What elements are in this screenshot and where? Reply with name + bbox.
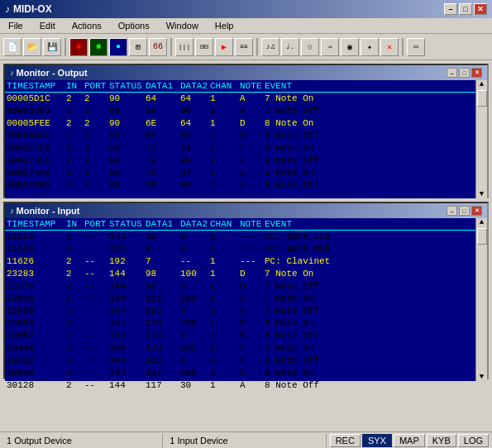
input-col-port: PORT [84, 219, 109, 229]
output-row: 00005D1C 2 2 90 64 64 1 A 7 Note On [5, 93, 475, 105]
output-row: 00007558 2 2 90 75 64 1 A 8 Note On [5, 167, 475, 179]
main-window: ♪ MIDI-OX – □ ✕ File Edit Actions Option… [0, 0, 492, 448]
toolbar-sep-2 [170, 38, 172, 56]
status-input: 1 Input Device [163, 434, 326, 447]
output-col-in: IN [66, 81, 84, 91]
rec-button[interactable]: REC [330, 434, 361, 447]
menu-window[interactable]: Window [161, 20, 203, 31]
tb-midi3[interactable]: ● [109, 38, 127, 56]
tb-config[interactable]: ⚙ [301, 38, 319, 56]
tb-open[interactable]: 📂 [23, 38, 41, 56]
toolbar-sep-3 [256, 38, 258, 56]
tb-save[interactable]: 💾 [43, 38, 61, 56]
output-header: TIMESTAMP IN PORT STATUS DATA1 DATA2 CHA… [5, 80, 475, 93]
input-maximize[interactable]: □ [459, 206, 470, 216]
tb-midi4[interactable]: ⊞ [129, 38, 147, 56]
input-row: 11626 2 -- 176 0 0 1 --- CC: Bank MSB [5, 243, 475, 255]
tb-midi2[interactable]: ■ [89, 38, 107, 56]
toolbar: 📄 📂 💾 ■ ■ ● ⊞ 66 ||| ⊟⊟ ▶ ≡≡ ♪♫ ♩. ⚙ ⇒ ◉… [0, 34, 492, 60]
menu-actions[interactable]: Actions [67, 20, 107, 31]
app-title: MIDI-OX [13, 3, 52, 15]
tb-tools3[interactable]: ▶ [215, 38, 233, 56]
syx-button[interactable]: SYX [362, 434, 392, 447]
output-scroll-down[interactable]: ▼ [480, 190, 484, 198]
output-col-ch: CHAN [210, 81, 240, 91]
app-icon: ♪ [5, 3, 10, 15]
menu-file[interactable]: File [3, 20, 28, 31]
output-row: 00005FEE 2 2 90 6E 64 1 D 8 Note On [5, 117, 475, 130]
tb-midi5[interactable]: 66 [149, 38, 167, 56]
tb-note[interactable]: ♩. [281, 38, 299, 56]
map-button[interactable]: MAP [394, 434, 425, 447]
input-close[interactable]: ✕ [471, 206, 482, 216]
input-col-ts: TIMESTAMP [7, 219, 66, 229]
output-data: TIMESTAMP IN PORT STATUS DATA1 DATA2 CHA… [5, 80, 475, 198]
input-col-in: IN [66, 219, 84, 229]
output-panel-title: Monitor - Output [17, 68, 88, 78]
tb-new[interactable]: 📄 [3, 38, 21, 56]
tb-keys[interactable]: ♪♫ [261, 38, 279, 56]
output-row: 00005D83 2 2 90 69 00 1 A 7 Note Off [5, 105, 475, 117]
output-maximize[interactable]: □ [459, 68, 470, 78]
input-row: 29449 2 -- 144 113 100 1 F 8 Note On [5, 342, 475, 355]
close-button[interactable]: ✕ [474, 3, 487, 15]
input-scroll-thumb[interactable] [477, 228, 487, 245]
tb-last[interactable]: ▭ [407, 38, 425, 56]
output-col-d1: DATA1 [146, 81, 180, 91]
output-row: 000075B0 2 2 90 75 00 1 A 8 Note Off [5, 179, 475, 192]
tb-cross[interactable]: ✕ [380, 38, 399, 56]
menu-edit[interactable]: Edit [35, 20, 60, 31]
input-row: 23283 2 -- 144 98 100 1 D 7 Note On [5, 268, 475, 280]
output-col-stat: STATUS [109, 81, 146, 91]
tb-globe[interactable]: ◉ [341, 38, 359, 56]
tb-midi1[interactable]: ■ [69, 38, 88, 56]
menu-help[interactable]: Help [210, 20, 239, 31]
input-row: 30128 2 -- 144 117 30 1 A 8 Note Off [5, 379, 475, 392]
status-buttons: REC SYX MAP KYB LOG [327, 432, 492, 449]
input-col-event: EVENT [265, 219, 331, 229]
tb-midi-in[interactable]: ⇒ [321, 38, 339, 56]
output-panel-icon: ♪ [10, 69, 14, 77]
tb-star[interactable]: ✦ [361, 38, 379, 56]
status-output-text: 1 Output Device [7, 436, 72, 446]
output-close[interactable]: ✕ [471, 68, 482, 78]
output-scroll-thumb[interactable] [477, 90, 487, 107]
log-button[interactable]: LOG [458, 434, 489, 447]
tb-tools1[interactable]: ||| [175, 38, 193, 56]
input-row: 30040 2 -- 144 117 100 1 A 8 Note On [5, 367, 475, 379]
input-col-note: NOTE [240, 219, 265, 229]
minimize-button[interactable]: – [444, 3, 457, 15]
input-data: TIMESTAMP IN PORT STATUS DATA1 DATA2 CHA… [5, 218, 475, 381]
input-rows: 11626 2 -- 176 32 0 1 --- CC: Bank LSB 1… [5, 231, 475, 392]
output-monitor-panel: ♪ Monitor - Output – □ ✕ TIMESTAMP IN PO… [3, 64, 489, 198]
output-minimize[interactable]: – [447, 68, 457, 78]
input-scrollbar[interactable]: ▲ ▼ [475, 218, 487, 381]
input-row: 11626 2 -- 192 7 -- 1 --- PC: Clavinet [5, 255, 475, 268]
menu-options[interactable]: Options [113, 20, 155, 31]
kyb-button[interactable]: KYB [427, 434, 456, 447]
input-row: 23939 2 -- 144 105 0 1 A 7 Note Off [5, 305, 475, 317]
title-bar: ♪ MIDI-OX – □ ✕ [0, 0, 492, 18]
output-col-port: PORT [84, 81, 109, 91]
input-col-ch: CHAN [210, 219, 240, 229]
tb-tools4[interactable]: ≡≡ [235, 38, 253, 56]
input-scroll-up[interactable]: ▲ [480, 218, 484, 226]
output-rows: 00005D1C 2 2 90 64 64 1 A 7 Note On 0000… [5, 93, 475, 192]
menu-bar: File Edit Actions Options Window Help [0, 18, 492, 34]
input-row: 11626 2 -- 176 32 0 1 --- CC: Bank LSB [5, 231, 475, 243]
input-scroll-down[interactable]: ▼ [480, 373, 484, 381]
tb-tools2[interactable]: ⊟⊟ [195, 38, 213, 56]
status-input-text: 1 Input Device [170, 436, 227, 446]
output-row: 00007309 2 2 90 71 64 1 F 8 Note On [5, 142, 475, 155]
input-minimize[interactable]: – [447, 206, 457, 216]
input-row: 23836 2 -- 144 105 100 1 A 7 Note On [5, 293, 475, 305]
output-scroll-up[interactable]: ▲ [480, 80, 484, 88]
input-header: TIMESTAMP IN PORT STATUS DATA1 DATA2 CHA… [5, 218, 475, 231]
output-row: 00007352 2 2 90 71 00 1 F 8 Note Off [5, 155, 475, 167]
output-scrollbar[interactable]: ▲ ▼ [475, 80, 487, 198]
maximize-button[interactable]: □ [459, 3, 472, 15]
toolbar-sep-1 [64, 38, 66, 56]
output-panel-titlebar: ♪ Monitor - Output – □ ✕ [5, 65, 487, 80]
input-col-stat: STATUS [109, 219, 146, 229]
input-panel-icon: ♪ [10, 207, 14, 215]
